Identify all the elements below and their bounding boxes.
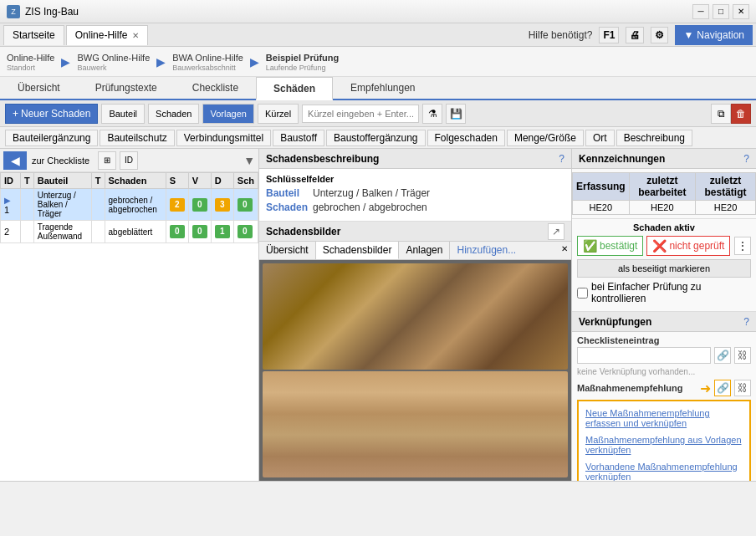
col-bauteil[interactable]: Bauteil [33,173,91,189]
sub-menge-groesse[interactable]: Menge/Größe [507,130,584,146]
badge-sch-1: 0 [238,198,253,212]
sub-baustoffergaenzung[interactable]: Baustoffergänzung [326,130,426,146]
sub-folgeschaden[interactable]: Folgeschaden [427,130,505,146]
image-close-button[interactable]: ✕ [558,242,571,259]
help-label: Hilfe benötigt? [529,29,593,41]
left-panel: ◀ zur Checkliste ⊞ ID ▼ ID T Bauteil T S… [0,149,259,481]
cell-bauteil-2: Tragende Außenwand [33,221,91,243]
beseitigt-markieren-button[interactable]: als beseitigt markieren [577,259,751,278]
title-bar: Z ZIS Ing-Bau ─ □ ✕ [0,0,756,23]
schadensbeschreibung-title: Schadensbeschreibung [266,153,379,165]
dropdown-item-2[interactable]: Vorhandene Maßnahmenempfehlung verknüpfe… [579,458,749,481]
kennzeichnungen-help-icon[interactable]: ? [743,153,749,165]
delete-button[interactable]: 🗑 [731,104,751,124]
table-filter-icon[interactable]: ▼ [243,154,255,167]
col-v[interactable]: V [188,173,211,189]
tab-checkliste[interactable]: Checkliste [175,77,256,99]
window-controls[interactable]: ─ □ ✕ [692,4,749,19]
table-icon-1[interactable]: ⊞ [98,151,116,170]
schaden-value: gebrochen / abgebrochen [313,202,427,213]
col-d[interactable]: D [211,173,233,189]
massnahme-row: Maßnahmenempfehlung ➜ 🔗 ⛓ [577,380,751,396]
app-title: ZIS Ing-Bau [25,6,79,18]
dropdown-item-0[interactable]: Neue Maßnahmenempfehlung erfassen und ve… [579,405,749,431]
breadcrumb-item-2[interactable]: BWA Online-Hilfe Bauwerksabschnitt [172,52,243,72]
tab-uebersicht[interactable]: Übersicht [0,77,78,99]
bestaetigt-button[interactable]: ✅ bestätigt [577,236,643,256]
verknuepfungen-help-icon[interactable]: ? [743,316,749,328]
bauteil-label: Bauteil [266,187,308,199]
massnahme-unlink-button[interactable]: ⛓ [734,380,751,396]
breadcrumb-item-1[interactable]: BWG Online-Hilfe Bauwerk [77,52,150,72]
einfache-pruefung-checkbox[interactable] [577,288,588,299]
link-button-1[interactable]: 🔗 [714,347,731,364]
col-sch[interactable]: Sch [233,173,258,189]
col-t2[interactable]: T [91,173,105,189]
massnahme-label: Maßnahmenempfehlung [577,383,697,393]
nicht-geprueft-button[interactable]: ❌ nicht geprüft [646,236,730,256]
schaden-aktiv-section: Schaden aktiv ✅ bestätigt ❌ nicht geprüf… [572,219,756,312]
table-row[interactable]: ▶ 1 Unterzug / Balken / Träger gebrochen… [1,189,258,221]
mid-panel: Schadensbeschreibung ? Schlüsselfelder B… [259,149,572,481]
kurzel-button[interactable]: Kürzel [258,104,299,124]
filter-icon-button[interactable]: ⚗ [422,104,442,124]
save-icon-button[interactable]: 💾 [446,104,466,124]
image-2 [263,371,568,477]
tab-empfehlungen[interactable]: Empfehlungen [333,77,432,99]
tab-startseite[interactable]: Startseite [3,25,64,45]
col-t1[interactable]: T [21,173,34,189]
back-to-checklist-button[interactable]: ◀ [3,151,27,170]
tab-schaeden[interactable]: Schäden [256,77,333,100]
sub-bauteilergaenzung[interactable]: Bauteilergänzung [5,130,98,146]
settings-button[interactable]: ⚙ [651,27,668,43]
img-tab-anlagen[interactable]: Anlagen [399,242,450,259]
checklisten-input[interactable] [577,347,711,364]
tab-online-hilfe[interactable]: Online-Hilfe ✕ [66,25,149,45]
img-tab-uebersicht[interactable]: Übersicht [259,242,316,259]
schadensbilder-expand-button[interactable]: ↗ [548,223,564,240]
tab-close-icon[interactable]: ✕ [132,31,139,40]
maximize-button[interactable]: □ [713,4,729,19]
copy-button[interactable]: ⧉ [711,104,731,124]
col-id[interactable]: ID [1,173,21,189]
dropdown-item-1[interactable]: Maßnahmenempfehlung aus Vorlagen verknüp… [579,431,749,458]
kennzeichnungen-title: Kennzeichnungen [579,153,665,165]
schaden-button[interactable]: Schaden [148,104,199,124]
col-s[interactable]: S [166,173,188,189]
img-tab-add[interactable]: Hinzufügen... [450,242,523,259]
badge-d-2: 1 [215,225,230,238]
minimize-button[interactable]: ─ [692,4,709,19]
sub-verbindungsmittel[interactable]: Verbindungsmittel [176,130,271,146]
bauteil-button[interactable]: Bauteil [101,104,145,124]
img-tab-schadensbilder[interactable]: Schadensbilder [316,242,400,259]
sub-baustoff[interactable]: Baustoff [273,130,324,146]
sub-toolbar: Bauteilergänzung Bauteilschutz Verbindun… [0,127,756,149]
kenn-col-erfassung: Erfassung [573,173,630,201]
massnahme-link-button[interactable]: 🔗 [714,380,731,396]
schadensbeschreibung-help-icon[interactable]: ? [559,153,564,165]
new-schaden-button[interactable]: + Neuer Schaden [5,104,98,124]
kurzel-input[interactable] [302,105,419,123]
check-circle-icon: ✅ [583,239,597,253]
navigation-button[interactable]: ▼ Navigation [675,25,753,45]
print-button[interactable]: 🖨 [626,27,644,43]
sub-bauteilschutz[interactable]: Bauteilschutz [100,130,174,146]
vorlagen-button[interactable]: Vorlagen [202,104,253,124]
breadcrumb-item-3[interactable]: Beispiel Prüfung Laufende Prüfung [266,52,339,72]
table-row[interactable]: 2 Tragende Außenwand abgeblättert 0 0 1 … [1,221,258,243]
more-options-button[interactable]: ⋮ [734,237,751,255]
tab-pruefungstexte[interactable]: Prüfungstexte [78,77,175,99]
sub-beschreibung[interactable]: Beschreibung [616,130,692,146]
data-table: ID T Bauteil T Schaden S V D Sch ▶ 1 [0,172,258,481]
einfache-pruefung-row: bei Einfacher Prüfung zu kontrollieren [577,281,751,304]
col-schaden[interactable]: Schaden [105,173,166,189]
f1-button[interactable]: F1 [599,27,619,43]
close-button[interactable]: ✕ [733,4,749,19]
table-icon-2[interactable]: ID [120,151,138,170]
bauteil-value: Unterzug / Balken / Träger [313,187,430,199]
breadcrumb-item-0[interactable]: Online-Hilfe Standort [7,52,54,72]
unlink-button-1[interactable]: ⛓ [734,347,751,364]
kenn-row: HE20 HE20 HE20 [573,201,756,215]
key-fields: Schlüsselfelder Bauteil Unterzug / Balke… [259,169,571,222]
sub-ort[interactable]: Ort [585,130,615,146]
